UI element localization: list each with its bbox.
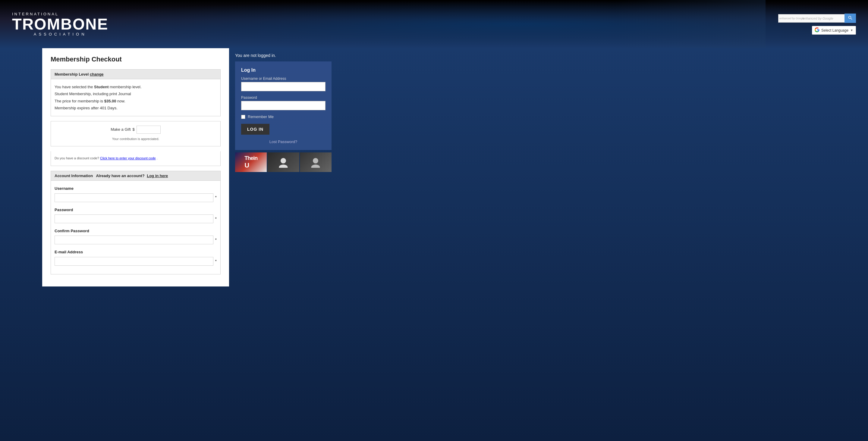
content-area: Membership Checkout Membership Level cha…	[42, 48, 229, 286]
thumb-1: TheinU	[235, 152, 267, 172]
svg-point-2	[281, 158, 286, 163]
gift-label: Make a Gift	[111, 126, 130, 133]
form-field-username: Username *	[55, 185, 217, 202]
discount-link[interactable]: Click here to enter your discount code	[100, 156, 156, 160]
email-input-row: *	[55, 257, 217, 266]
password-input[interactable]	[55, 215, 213, 223]
thumb-logo-1: TheinU	[235, 152, 267, 172]
username-input-row: *	[55, 193, 217, 202]
language-label: Select Language	[821, 28, 848, 33]
change-link[interactable]: change	[90, 72, 104, 76]
thumbnail-strip: TheinU	[235, 152, 332, 172]
form-field-email: E-mail Address *	[55, 249, 217, 265]
svg-point-5	[311, 164, 320, 168]
password-label: Password	[55, 206, 217, 213]
right-sidebar: You are not logged in. Log In Username o…	[235, 48, 332, 172]
membership-level-header: Membership Level change	[51, 69, 221, 79]
svg-point-3	[279, 164, 288, 168]
email-label: E-mail Address	[55, 249, 217, 255]
membership-line1: You have selected the Student membership…	[55, 84, 217, 90]
account-info-header: Account Information Already have an acco…	[51, 171, 221, 181]
confirm-password-input-row: *	[55, 235, 217, 244]
search-button[interactable]	[844, 13, 856, 23]
logo-line2: TROMBONE	[12, 16, 108, 32]
gift-row: Make a Gift $	[55, 126, 217, 134]
remember-me-label: Remember Me	[248, 115, 274, 119]
login-here-link[interactable]: Log in here	[147, 174, 168, 178]
login-panel: Log In Username or Email Address Passwor…	[235, 61, 332, 150]
form-field-confirm-password: Confirm Password *	[55, 227, 217, 244]
account-info-label: Account Information	[55, 174, 93, 178]
discount-text-post: .	[157, 156, 158, 160]
svg-point-4	[313, 158, 318, 163]
email-input[interactable]	[55, 257, 213, 266]
header-right: enhanced by Google Select Language ▼	[778, 13, 856, 35]
chevron-down-icon: ▼	[850, 29, 853, 32]
confirm-password-required-star: *	[215, 236, 217, 244]
gift-currency: $	[133, 126, 135, 133]
username-label: Username	[55, 185, 217, 192]
discount-text-pre: Do you have a discount code?	[55, 156, 99, 160]
membership-info-body: You have selected the Student membership…	[51, 79, 221, 116]
remember-me-row: Remember Me	[241, 115, 326, 119]
account-link-pre: Already have an account?	[96, 174, 144, 178]
login-username-label: Username or Email Address	[241, 76, 326, 81]
login-username-input[interactable]	[241, 82, 326, 91]
account-form-body: Username * Password * Confirm Password	[51, 181, 221, 275]
password-input-row: *	[55, 215, 217, 223]
thumb-2	[267, 152, 299, 172]
membership-level-label: Membership Level	[55, 72, 89, 76]
gift-amount-input[interactable]	[136, 126, 161, 134]
thumb-logo-3	[300, 152, 332, 172]
thumb-logo-2	[267, 152, 299, 172]
remember-me-checkbox[interactable]	[241, 115, 245, 119]
logo-area: INTERNATIONAL TROMBONE ASSOCIATION	[12, 12, 108, 36]
confirm-password-input[interactable]	[55, 235, 213, 244]
main-layout: Membership Checkout Membership Level cha…	[0, 48, 868, 441]
login-button[interactable]: LOG IN	[241, 124, 270, 135]
email-required-star: *	[215, 257, 217, 265]
google-enhanced-label: enhanced by Google	[779, 17, 804, 20]
gift-section: Make a Gift $ Your contribution is appre…	[51, 121, 221, 147]
svg-line-1	[851, 19, 852, 20]
hero-bg-decoration	[615, 0, 766, 48]
login-password-label: Password	[241, 95, 326, 100]
discount-section: Do you have a discount code? Click here …	[51, 151, 221, 166]
membership-line4: Membership expires after 401 Days.	[55, 104, 217, 112]
page-title: Membership Checkout	[51, 56, 221, 63]
search-wrapper: enhanced by Google	[778, 14, 844, 23]
lost-password-link[interactable]: Lost Password?	[241, 139, 326, 144]
hero-header: INTERNATIONAL TROMBONE ASSOCIATION enhan…	[0, 0, 868, 48]
membership-level-name: Student	[94, 85, 108, 89]
gift-note: Your contribution is appreciated.	[55, 136, 217, 142]
membership-line3: The price for membership is $35.00 now.	[55, 98, 217, 104]
password-required-star: *	[215, 215, 217, 223]
svg-point-0	[849, 16, 851, 19]
membership-line2: Student Membership, including print Jour…	[55, 90, 217, 97]
not-logged-in-text: You are not logged in.	[235, 48, 332, 61]
google-g-icon	[815, 27, 819, 33]
login-panel-title: Log In	[241, 67, 326, 73]
confirm-password-label: Confirm Password	[55, 227, 217, 234]
search-bar: enhanced by Google	[778, 13, 856, 23]
username-input[interactable]	[55, 193, 213, 202]
membership-price: $35.00	[104, 99, 116, 103]
language-selector[interactable]: Select Language ▼	[812, 26, 856, 35]
username-required-star: *	[215, 194, 217, 201]
form-field-password: Password *	[55, 206, 217, 223]
login-password-input[interactable]	[241, 101, 326, 110]
thumb-3	[300, 152, 332, 172]
